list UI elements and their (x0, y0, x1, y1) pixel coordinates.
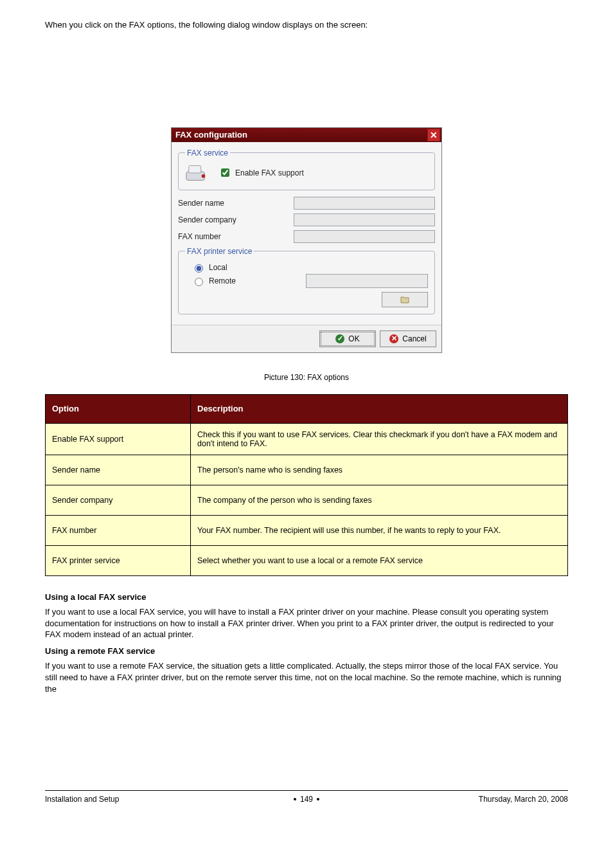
ok-button[interactable]: ✓ OK (319, 330, 376, 347)
radio-remote-label: Remote (209, 276, 236, 285)
check-icon: ✓ (335, 334, 344, 343)
close-icon: ✕ (430, 130, 438, 140)
table-cell-description: Select whether you want to use a local o… (191, 545, 568, 575)
fax-configuration-dialog: FAX configuration ✕ FAX service (171, 127, 442, 353)
radio-remote[interactable] (195, 278, 203, 286)
sender-company-label: Sender company (178, 215, 294, 224)
remote-path-input[interactable] (306, 274, 428, 288)
footer-right: Thursday, March 20, 2008 (479, 795, 568, 804)
intro-paragraph: When you click on the FAX options, the f… (45, 19, 568, 31)
table-cell-description: The person's name who is sending faxes (191, 455, 568, 485)
enable-fax-label: Enable FAX support (235, 168, 304, 177)
enable-fax-checkbox[interactable] (221, 168, 229, 177)
bullet-icon (317, 798, 319, 800)
radio-remote-row[interactable]: Remote (191, 276, 301, 286)
cancel-button-label: Cancel (402, 334, 426, 343)
radio-local-row[interactable]: Local (191, 262, 428, 273)
footer-left: Installation and Setup (45, 795, 119, 804)
remote-fax-text: If you want to use a remote FAX service,… (45, 660, 568, 694)
table-row: FAX printer service Select whether you w… (46, 545, 568, 575)
close-button[interactable]: ✕ (427, 129, 440, 141)
folder-icon (400, 296, 409, 303)
figure-caption: Picture 130: FAX options (45, 372, 568, 383)
footer-center: 149 (294, 795, 319, 804)
table-row: Sender name The person's name who is sen… (46, 455, 568, 485)
fax-number-label: FAX number (178, 232, 294, 241)
radio-local[interactable] (195, 264, 203, 273)
table-row: FAX number Your FAX number. The recipien… (46, 515, 568, 545)
fax-printer-service-legend: FAX printer service (185, 247, 254, 256)
table-cell-option: Enable FAX support (46, 423, 191, 455)
table-header-row: Option Description (46, 394, 568, 423)
remote-fax-heading: Using a remote FAX service (45, 646, 568, 657)
cancel-button[interactable]: ✕ Cancel (380, 330, 436, 347)
sender-name-label: Sender name (178, 199, 294, 208)
fax-printer-service-group: FAX printer service Local Remote (178, 247, 435, 314)
table-row: Sender company The company of the person… (46, 485, 568, 515)
dialog-screenshot: FAX configuration ✕ FAX service (45, 127, 568, 353)
table-header-description: Description (191, 394, 568, 423)
x-icon: ✕ (389, 334, 398, 343)
bullet-icon (294, 798, 296, 800)
table-cell-option: Sender name (46, 455, 191, 485)
table-cell-description: Check this if you want to use FAX servic… (191, 423, 568, 455)
browse-button[interactable] (382, 292, 428, 307)
svg-point-2 (202, 174, 206, 177)
fax-service-legend: FAX service (185, 149, 230, 158)
titlebar: FAX configuration ✕ (172, 128, 441, 142)
local-fax-text: If you want to use a local FAX service, … (45, 606, 568, 640)
table-header-option: Option (46, 394, 191, 423)
footer-page-number: 149 (300, 795, 313, 804)
table-cell-option: Sender company (46, 485, 191, 515)
local-fax-heading: Using a local FAX service (45, 592, 568, 603)
table-row: Enable FAX support Check this if you wan… (46, 423, 568, 455)
fax-number-input[interactable] (294, 230, 435, 243)
table-cell-description: The company of the person who is sending… (191, 485, 568, 515)
table-cell-option: FAX number (46, 515, 191, 545)
sender-company-input[interactable] (294, 213, 435, 226)
enable-fax-checkbox-row[interactable]: Enable FAX support (218, 167, 304, 179)
options-table: Option Description Enable FAX support Ch… (45, 394, 568, 576)
ok-button-label: OK (348, 334, 359, 343)
table-cell-description: Your FAX number. The recipient will use … (191, 515, 568, 545)
fax-service-group: FAX service Enable FAX support (178, 149, 435, 190)
fax-machine-icon (185, 163, 209, 183)
table-cell-option: FAX printer service (46, 545, 191, 575)
svg-rect-1 (189, 165, 201, 172)
page-footer: Installation and Setup 149 Thursday, Mar… (45, 790, 568, 804)
radio-local-label: Local (209, 263, 227, 272)
dialog-title: FAX configuration (175, 130, 247, 140)
sender-name-input[interactable] (294, 197, 435, 210)
